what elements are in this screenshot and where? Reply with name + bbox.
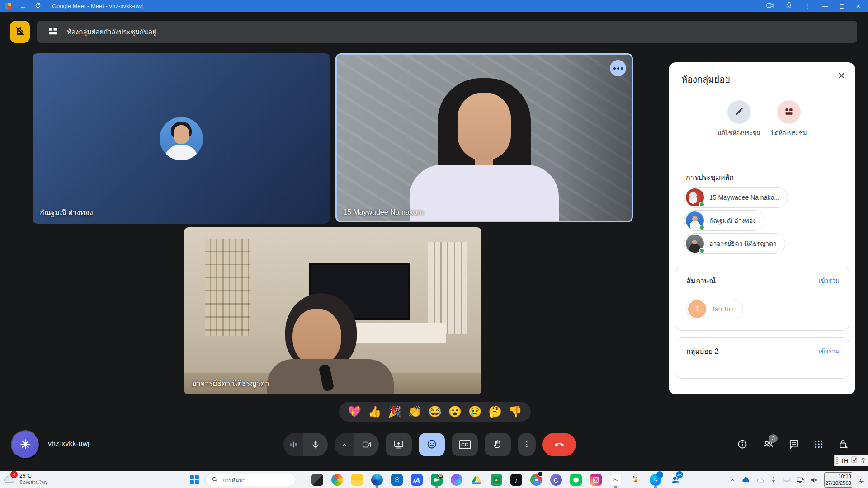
camera-button[interactable] [335,433,379,456]
participant-chip[interactable]: 15 Maywadee Na nako... [684,187,788,208]
raise-hand-button[interactable] [485,433,511,456]
refresh-icon[interactable] [35,2,41,10]
people-button[interactable]: 3 [762,439,774,451]
video-tile-kanthamanee[interactable]: กัณฐมณี อ่างทอง [33,53,330,224]
more-options-button[interactable] [518,433,536,456]
close-rooms-button[interactable] [777,100,801,124]
people-app-button[interactable]: 46 [669,472,681,488]
line-button[interactable] [570,472,582,488]
reaction-party[interactable]: 🎉 [388,406,401,417]
breakout-rooms-icon [48,26,58,38]
copilot-button[interactable] [331,472,343,488]
messenger-button[interactable]: 1 ϟ [649,472,661,488]
gemini-button[interactable] [11,430,40,459]
presence-dot [699,248,705,253]
reaction-cry[interactable]: 😢 [468,406,482,417]
weather-widget[interactable]: 4 29°C มีเมฆส่วนใหญ่ [3,472,48,486]
reactions-bar: 💖 👍 🎉 👏 😂 😮 😢 🤔 👎 [339,402,531,422]
instagram-button[interactable] [590,472,602,488]
video-tile-ajarn-thida[interactable]: อาจารย์ธิดา นิติธรญาดา [184,227,481,394]
game-button[interactable]: 🍹 [629,472,642,488]
participant-chip[interactable]: กัณฐมณี อ่างทอง [684,210,764,231]
pencil-icon [735,107,744,117]
taskbar-search[interactable]: การค้นหา [206,474,296,486]
notification-bell-icon[interactable] [858,476,865,483]
minimize-button[interactable]: — [822,3,828,9]
copilot-icon [331,474,343,486]
ibisa-app-button[interactable]: /A [410,472,423,488]
microphone-button[interactable] [283,433,328,456]
weather-cloud-icon[interactable] [756,477,764,483]
breakout-status-banner: ห้องกลุ่มย่อยกำลังประชุมกันอยู่ [37,21,857,43]
taskbar-clock[interactable]: 10:13 27/10/2568 [824,472,852,488]
browser-menu-icon[interactable]: ⋮ [804,3,810,9]
close-panel-button[interactable]: ✕ [837,70,845,81]
volume-icon[interactable] [811,477,818,483]
google-drive-button[interactable] [470,472,482,488]
language-bar[interactable]: TH [834,455,868,466]
cast-display-icon[interactable] [797,477,805,483]
present-screen-button[interactable] [386,433,412,456]
join-room-link[interactable]: เข้าร่วม [818,346,840,356]
tab-camera-in-use-icon[interactable] [766,2,774,10]
video-tile-maywadee[interactable]: 15 Maywadee Na nakorn [335,53,633,222]
host-controls-button[interactable] [838,439,849,451]
reaction-thumbs-down[interactable]: 👎 [509,406,522,417]
captions-button[interactable]: CC [452,433,478,456]
tray-chevron-button[interactable] [730,477,736,483]
avatar [686,211,704,230]
drag-handle[interactable] [836,457,838,464]
meeting-details-button[interactable] [737,439,748,451]
reaction-thinking[interactable]: 🤔 [488,406,502,417]
chat-button[interactable] [788,439,799,451]
reactions-button[interactable] [419,433,445,456]
start-button[interactable] [190,475,199,484]
onedrive-icon[interactable] [741,476,750,483]
room-member-chip[interactable]: T Tan Ton [686,299,743,319]
participant-chip[interactable]: อาจารย์ธิดา นิติธรญาดา [684,233,785,254]
maximize-button[interactable] [840,4,844,9]
reaction-thumbs-up[interactable]: 👍 [368,406,382,417]
microsoft-store-button[interactable] [391,472,403,488]
reaction-laugh[interactable]: 😂 [428,406,442,417]
back-icon[interactable]: ← [20,2,27,10]
classroom-button[interactable] [490,472,502,488]
tile-options-button[interactable] [610,60,626,76]
edge-button[interactable] [371,472,383,488]
task-view-button[interactable] [311,472,323,488]
main-meeting-participants: 15 Maywadee Na nako... กัณฐมณี อ่างทอง อ… [684,187,788,254]
chrome-button[interactable] [530,472,542,488]
touch-keyboard-icon[interactable] [783,477,791,483]
reaction-surprised[interactable]: 😮 [448,406,462,417]
handwriting-pad-icon[interactable] [851,456,857,465]
task-view-icon [311,474,323,486]
room-card-interview: สัมภาษณ์ เข้าร่วม T Tan Ton [676,267,849,331]
reaction-heart[interactable]: 💖 [348,406,361,417]
raise-hand-icon [492,439,503,451]
tiktok-button[interactable]: ♪ [510,472,522,488]
capcut-button[interactable]: C [550,472,562,488]
close-window-button[interactable]: ✕ [856,3,861,9]
language-code[interactable]: TH [841,458,848,464]
google-meet-button[interactable] [430,472,443,488]
join-room-link[interactable]: เข้าร่วม [818,276,840,286]
file-explorer-button[interactable] [351,472,363,488]
end-call-button[interactable] [542,433,576,456]
activities-button[interactable] [814,439,824,450]
tray-mic-icon[interactable] [770,476,777,483]
clipping-tool-button[interactable]: ✂ [609,472,622,488]
room-card-group2: กลุ่มย่อย 2 เข้าร่วม [676,337,849,379]
loop-button[interactable] [450,472,462,488]
call-controls: CC [283,433,576,456]
edit-rooms-button[interactable] [727,100,751,124]
breakout-alert-button[interactable] [10,21,30,43]
messenger-badge: 1 [656,471,663,478]
taskbar-apps: /A [311,472,681,488]
reaction-clap[interactable]: 👏 [408,406,422,417]
windows-taskbar: 4 29°C มีเมฆส่วนใหญ่ การค้นหา [0,471,868,488]
ime-mode-icon[interactable] [860,457,865,465]
breakout-rooms-panel: ห้องกลุ่มย่อย ✕ แก้ไขห้องประชุม [669,62,855,394]
store-icon [391,474,403,486]
extensions-icon[interactable] [786,2,793,10]
apps-grid-icon [814,439,824,450]
